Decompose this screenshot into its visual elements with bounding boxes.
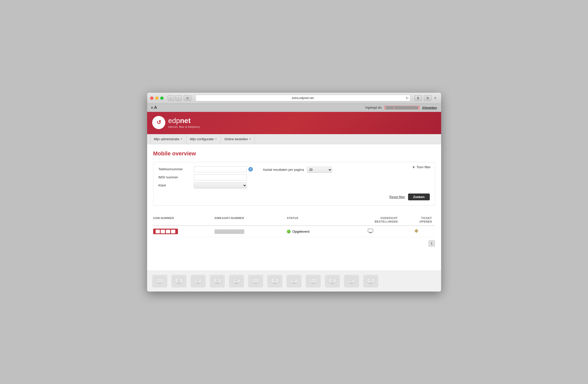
- svg-rect-1: [369, 232, 371, 233]
- toon-filter-button[interactable]: ▼ Toon filter: [412, 165, 431, 169]
- traffic-lights: [150, 97, 164, 100]
- aantal-row: Aantal resultaten per pagina 20: [263, 167, 332, 173]
- svg-rect-36: [291, 280, 295, 281]
- imsi-input[interactable]: [194, 174, 247, 180]
- klant-select[interactable]: [194, 182, 247, 188]
- svg-rect-13: [196, 279, 201, 280]
- filter-right-column: Aantal resultaten per pagina 20: [263, 166, 332, 190]
- gsm-cell: ██ ██ ██ ██: [153, 226, 215, 237]
- svg-rect-45: [331, 283, 333, 283]
- top-bar: A A Ingelogd als ████ ████████████ Afmel…: [147, 104, 441, 112]
- logo-tagline: internet, fiber & telephony: [168, 125, 200, 128]
- svg-rect-48: [349, 279, 354, 280]
- svg-rect-0: [368, 229, 373, 232]
- footer-icon-7: [267, 275, 282, 287]
- col-overzicht: OVERZICHT BESTELLINGEN: [343, 211, 400, 226]
- svg-point-31: [274, 279, 276, 281]
- svg-rect-14: [196, 280, 199, 281]
- telefoonnummer-input[interactable]: [194, 166, 247, 172]
- font-small-button[interactable]: A: [151, 106, 153, 109]
- telefoonnummer-row: Telefoonnummer ?: [158, 166, 253, 172]
- aantal-select[interactable]: 20: [307, 167, 332, 173]
- imsi-row: IMSI nummer: [158, 174, 253, 180]
- nav-item-administratie[interactable]: Mijn administratie ▼: [150, 134, 186, 144]
- svg-rect-42: [311, 283, 315, 284]
- address-bar[interactable]: extra.edpnet.net ↻: [195, 95, 410, 101]
- svg-rect-10: [178, 283, 180, 283]
- ticket-button[interactable]: [414, 230, 419, 234]
- filter-layout: Telefoonnummer ? IMSI nummer Klant: [158, 166, 430, 190]
- footer-icon-2: [171, 275, 186, 287]
- klant-label: Klant: [158, 183, 194, 187]
- telefoonnummer-label: Telefoonnummer: [158, 167, 194, 171]
- svg-rect-23: [234, 280, 237, 281]
- table-header-row: GSM-NUMMER SIMKAART-NUMMER STATUS OVERZI…: [153, 211, 435, 226]
- add-tab-button[interactable]: +: [433, 95, 438, 101]
- share-button[interactable]: ⬆: [414, 95, 422, 101]
- col-status: STATUS: [287, 211, 343, 226]
- main-content: Mobile overview ▼ Toon filter Telefoonnu…: [147, 144, 441, 271]
- svg-point-5: [157, 279, 158, 280]
- nav-item-configuratie[interactable]: Mijn configuratie ▼: [186, 134, 221, 144]
- svg-rect-25: [234, 283, 238, 284]
- status-text: Opgeleverd: [292, 230, 309, 233]
- pagination: 1: [153, 240, 435, 247]
- table-row: ██ ██ ██ ██ ████████████ Opgeleverd: [153, 226, 435, 237]
- svg-rect-15: [197, 283, 199, 283]
- gsm-number[interactable]: ██ ██ ██ ██: [153, 229, 178, 234]
- logged-in-label: Ingelogd als: [365, 106, 382, 109]
- overzicht-cell: [343, 226, 400, 237]
- nav-item-bestellen[interactable]: Online bestellen ▼: [221, 134, 255, 144]
- svg-rect-54: [370, 283, 372, 283]
- footer-icon-1: [152, 275, 167, 287]
- reset-filter-button[interactable]: Reset filter: [389, 195, 405, 199]
- filter-actions: Reset filter Zoeken: [158, 194, 430, 200]
- help-icon[interactable]: ?: [248, 167, 253, 172]
- title-bar: ‹ › ⊟ extra.edpnet.net ↻ ⬆ ⧉ +: [147, 93, 441, 104]
- filter-left-column: Telefoonnummer ? IMSI nummer Klant: [158, 166, 253, 190]
- page-1-button[interactable]: 1: [429, 240, 435, 247]
- footer-icon-11: [344, 275, 359, 287]
- site-header: ↺ edpnet internet, fiber & telephony: [147, 112, 441, 134]
- svg-rect-24: [235, 283, 237, 283]
- refresh-button[interactable]: ↻: [406, 96, 409, 100]
- footer-icon-12: [363, 275, 378, 287]
- data-table: GSM-NUMMER SIMKAART-NUMMER STATUS OVERZI…: [153, 211, 435, 237]
- font-large-button[interactable]: A: [154, 105, 157, 110]
- svg-point-44: [332, 279, 333, 281]
- overzicht-button[interactable]: [368, 230, 373, 234]
- svg-rect-4: [156, 278, 164, 283]
- chevron-down-icon: ▼: [180, 138, 183, 140]
- svg-rect-7: [158, 283, 162, 284]
- minimize-button[interactable]: [155, 97, 158, 100]
- maximize-button[interactable]: [160, 97, 164, 100]
- sidebar-toggle-button[interactable]: ⊟: [184, 95, 191, 101]
- footer-icon-6: [248, 275, 263, 287]
- svg-rect-11: [177, 283, 181, 284]
- svg-rect-51: [350, 283, 354, 284]
- status-dot-icon: [287, 230, 290, 233]
- svg-rect-49: [349, 280, 353, 281]
- new-tab-button[interactable]: ⧉: [424, 95, 432, 101]
- svg-rect-37: [293, 283, 295, 283]
- svg-rect-38: [292, 283, 296, 284]
- logo-text: edpnet: [168, 117, 200, 125]
- back-button[interactable]: ‹: [168, 95, 174, 101]
- status-cell: Opgeleverd: [287, 226, 343, 237]
- klant-row: Klant: [158, 182, 253, 188]
- afmelden-link[interactable]: Afmelden: [422, 106, 437, 110]
- svg-point-53: [370, 279, 371, 281]
- url-text: extra.edpnet.net: [292, 96, 314, 100]
- toolbar-actions: ⬆ ⧉: [414, 95, 432, 101]
- forward-button[interactable]: ›: [175, 95, 182, 101]
- svg-point-9: [178, 279, 180, 281]
- svg-rect-20: [215, 283, 219, 284]
- close-button[interactable]: [150, 97, 153, 100]
- zoeken-button[interactable]: Zoeken: [408, 194, 430, 200]
- footer-icon-8: [286, 275, 302, 287]
- username-display: ████ ████████████: [384, 106, 420, 110]
- svg-point-40: [311, 279, 312, 280]
- footer-icons: [147, 271, 441, 292]
- sim-number: ████████████: [215, 229, 244, 234]
- svg-rect-50: [351, 283, 353, 283]
